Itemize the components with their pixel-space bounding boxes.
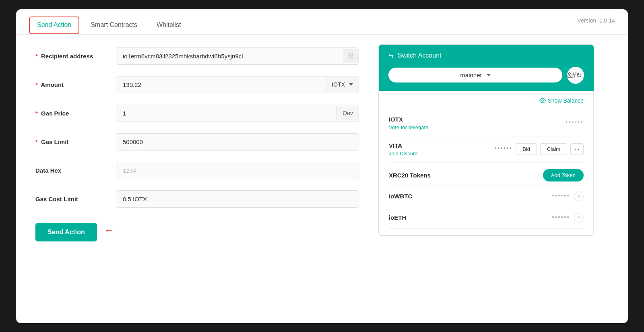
network-value: mainnet bbox=[460, 72, 481, 78]
amount-input[interactable] bbox=[116, 76, 326, 93]
gas-cost-row: Gas Cost Limit bbox=[35, 190, 359, 208]
token-select-value: IOTX bbox=[332, 81, 345, 88]
token-dropdown-chevron bbox=[349, 83, 353, 86]
vita-claim-btn[interactable]: Claim bbox=[540, 143, 567, 155]
amount-input-container: IOTX bbox=[116, 76, 359, 93]
vita-bid-btn[interactable]: Bid bbox=[516, 143, 537, 155]
xrc20-title: XRC20 Tokens bbox=[389, 172, 431, 179]
amount-label: * Amount bbox=[35, 81, 116, 88]
send-action-row: Send Action ← bbox=[35, 219, 359, 241]
data-hex-row: Data Hex bbox=[35, 162, 359, 179]
gas-limit-input-wrap bbox=[116, 133, 359, 151]
gas-price-input[interactable] bbox=[116, 105, 336, 122]
data-hex-input-wrap bbox=[116, 162, 359, 179]
network-row: mainnet &#↻; bbox=[379, 67, 594, 91]
vita-buttons: Bid Claim ··· bbox=[516, 143, 584, 155]
iotx-token-info: IOTX Vote for delegate bbox=[389, 116, 428, 130]
network-select[interactable]: mainnet bbox=[388, 68, 562, 82]
token-select-dropdown[interactable]: IOTX bbox=[326, 77, 359, 92]
svg-point-0 bbox=[542, 100, 543, 101]
gas-price-input-container: Qev bbox=[116, 105, 359, 122]
gas-cost-input-wrap bbox=[116, 190, 359, 208]
xrc20-row: XRC20 Tokens Add Token bbox=[389, 163, 584, 186]
ioeth-row: ioETH ****** ✕ bbox=[389, 207, 584, 229]
vita-more-btn[interactable]: ··· bbox=[570, 143, 584, 155]
iotx-action-link[interactable]: Vote for delegate bbox=[389, 124, 428, 130]
gas-cost-input[interactable] bbox=[116, 190, 359, 208]
tab-whitelist[interactable]: Whitelist bbox=[149, 16, 189, 34]
amount-input-wrap: IOTX bbox=[116, 76, 359, 93]
arrow-indicator: ← bbox=[103, 224, 115, 237]
account-body: Show Balance IOTX Vote for delegate ****… bbox=[379, 91, 594, 235]
gas-limit-row: * Gas Limit bbox=[35, 133, 359, 151]
amount-row: * Amount IOTX bbox=[35, 76, 359, 93]
refresh-button[interactable]: &#↻; bbox=[567, 67, 584, 84]
form-area: * Recipient address ☷ * Amount bbox=[16, 35, 378, 254]
recipient-row: * Recipient address ☷ bbox=[35, 47, 359, 65]
iotx-token-row: IOTX Vote for delegate ****** bbox=[389, 110, 584, 136]
ioeth-right: ****** ✕ bbox=[552, 213, 584, 223]
ioeth-name: ioETH bbox=[389, 214, 406, 221]
ioeth-remove-btn[interactable]: ✕ bbox=[574, 213, 584, 223]
vita-right: ****** Bid Claim ··· bbox=[494, 143, 584, 155]
gas-price-input-wrap: Qev bbox=[116, 105, 359, 122]
send-action-button[interactable]: Send Action bbox=[35, 223, 97, 241]
recipient-icon-btn[interactable]: ☷ bbox=[343, 49, 359, 63]
switch-account-header: ⇆ Switch Account bbox=[379, 45, 594, 67]
gas-price-unit: Qev bbox=[336, 106, 359, 120]
ioeth-balance: ****** bbox=[552, 214, 570, 221]
vita-balance: ****** bbox=[494, 146, 512, 153]
gas-cost-label: Gas Cost Limit bbox=[35, 196, 116, 202]
gas-limit-input[interactable] bbox=[116, 133, 359, 151]
nav-bar: Send Action Smart Contracts Whitelist Ve… bbox=[16, 9, 628, 35]
show-balance-row: Show Balance bbox=[389, 97, 584, 104]
tab-smart-contracts[interactable]: Smart Contracts bbox=[83, 16, 145, 34]
vita-token-row: VITA Join Discord ****** Bid Claim ··· bbox=[389, 136, 584, 163]
data-hex-input[interactable] bbox=[116, 162, 359, 179]
required-marker-2: * bbox=[35, 81, 38, 88]
iotx-balance: ****** bbox=[566, 120, 584, 126]
required-marker: * bbox=[35, 53, 38, 60]
gas-price-row: * Gas Price Qev bbox=[35, 105, 359, 122]
recipient-label: * Recipient address bbox=[35, 53, 116, 60]
add-token-button[interactable]: Add Token bbox=[543, 169, 584, 181]
iotx-token-name: IOTX bbox=[389, 116, 428, 123]
iowbtc-right: ****** ✕ bbox=[552, 192, 584, 201]
app-container: Send Action Smart Contracts Whitelist Ve… bbox=[16, 9, 628, 323]
tab-send-action[interactable]: Send Action bbox=[29, 16, 79, 34]
switch-icon: ⇆ bbox=[388, 52, 394, 60]
version-label: Version: 1.0.14 bbox=[578, 17, 615, 24]
right-panel-card: ⇆ Switch Account mainnet &#↻; bbox=[378, 44, 594, 236]
vita-action-link[interactable]: Join Discord bbox=[389, 151, 418, 157]
iowbtc-name: ioWBTC bbox=[389, 193, 412, 200]
recipient-input[interactable] bbox=[116, 48, 343, 64]
main-content: * Recipient address ☷ * Amount bbox=[16, 35, 628, 254]
show-balance-link[interactable]: Show Balance bbox=[539, 97, 584, 104]
iowbtc-remove-btn[interactable]: ✕ bbox=[574, 192, 584, 201]
required-marker-3: * bbox=[35, 110, 38, 117]
vita-token-info: VITA Join Discord bbox=[389, 142, 418, 157]
required-marker-4: * bbox=[35, 138, 38, 145]
iowbtc-row: ioWBTC ****** ✕ bbox=[389, 186, 584, 207]
gas-price-label: * Gas Price bbox=[35, 110, 116, 117]
network-chevron bbox=[487, 74, 491, 76]
recipient-input-container: ☷ bbox=[116, 47, 359, 65]
gas-limit-label: * Gas Limit bbox=[35, 138, 116, 145]
data-hex-label: Data Hex bbox=[35, 167, 116, 174]
eye-icon bbox=[539, 97, 546, 104]
switch-account-label: Switch Account bbox=[398, 52, 442, 59]
recipient-input-wrap: ☷ bbox=[116, 47, 359, 65]
vita-token-name: VITA bbox=[389, 142, 418, 149]
iowbtc-balance: ****** bbox=[552, 193, 570, 200]
right-panel: ⇆ Switch Account mainnet &#↻; bbox=[378, 35, 604, 254]
